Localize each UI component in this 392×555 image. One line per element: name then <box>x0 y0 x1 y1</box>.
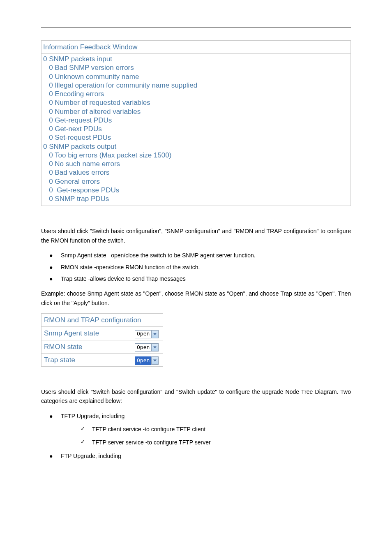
bullet-item: Snmp Agent state –open/close the switch … <box>49 251 351 260</box>
bullet-item: TFTP Upgrade, including TFTP client serv… <box>49 412 351 447</box>
bullet-item: Trap state -allows device to send Trap m… <box>49 274 351 283</box>
info-line: 0 Too big errors (Max packet size 1500) <box>43 151 349 160</box>
cfg-label: Trap state <box>42 353 133 366</box>
bullet-list-2: TFTP Upgrade, including TFTP client serv… <box>41 412 351 461</box>
chevron-down-icon <box>151 357 158 364</box>
rmon-state-select[interactable]: Open <box>135 343 159 352</box>
info-line: 0 General errors <box>43 177 349 186</box>
info-line: 0 Get-request PDUs <box>43 116 349 125</box>
info-line: 0 Unknown community name <box>43 72 349 81</box>
chevron-down-icon <box>151 344 158 351</box>
info-line: 0 Bad values errors <box>43 168 349 177</box>
info-line: 0 SNMP trap PDUs <box>43 194 349 203</box>
top-rule <box>41 28 351 28</box>
table-row: Trap state Open <box>42 353 163 366</box>
trap-state-select[interactable]: Open <box>135 356 159 365</box>
info-line: 0 Set-request PDUs <box>43 133 349 142</box>
table-row: Snmp Agent state Open <box>42 327 163 340</box>
paragraph-switch-update: Users should click "Switch basic configu… <box>41 387 351 406</box>
info-line: 0 SNMP packets output <box>43 142 349 151</box>
info-line: 0 Get-response PDUs <box>43 186 349 194</box>
select-value: Open <box>135 343 151 352</box>
check-item: TFTP client service -to configure TFTP c… <box>81 425 351 434</box>
info-title: Information Feedback Window <box>42 41 350 54</box>
bullet-text: TFTP Upgrade, including <box>61 413 125 419</box>
info-line: 0 Number of requested variables <box>43 98 349 107</box>
info-body: 0 SNMP packets input 0 Bad SNMP version … <box>42 54 350 206</box>
cfg-label: RMON state <box>42 340 133 353</box>
bullet-list-1: Snmp Agent state –open/close the switch … <box>41 251 351 283</box>
cfg-title: RMON and TRAP configuration <box>42 314 163 327</box>
chevron-down-icon <box>151 331 158 338</box>
select-value: Open <box>135 356 151 365</box>
rmon-trap-config-table: RMON and TRAP configuration Snmp Agent s… <box>41 313 163 367</box>
info-line: 0 No such name errors <box>43 160 349 168</box>
paragraph-example: Example: choose Snmp Agent state as "Ope… <box>41 289 351 308</box>
info-line: 0 Illegal operation for community name s… <box>43 81 349 90</box>
paragraph-rmon-intro: Users should click "Switch basic configu… <box>41 227 351 245</box>
snmp-agent-state-select[interactable]: Open <box>135 330 159 338</box>
info-line: 0 Get-next PDUs <box>43 125 349 133</box>
info-feedback-window: Information Feedback Window 0 SNMP packe… <box>41 40 351 206</box>
select-value: Open <box>135 330 151 338</box>
bullet-text: FTP Upgrade, including <box>61 453 121 459</box>
info-line: 0 Number of altered variables <box>43 107 349 116</box>
cfg-label: Snmp Agent state <box>42 327 133 340</box>
info-line: 0 Bad SNMP version errors <box>43 63 349 72</box>
check-list: TFTP client service -to configure TFTP c… <box>61 425 351 447</box>
bullet-item: RMON state -open/close RMON function of … <box>49 263 351 272</box>
check-item: TFTP server service -to configure TFTP s… <box>81 438 351 447</box>
info-line: 0 SNMP packets input <box>43 55 349 63</box>
bullet-item: FTP Upgrade, including <box>49 451 351 460</box>
table-row: RMON state Open <box>42 340 163 353</box>
info-line: 0 Encoding errors <box>43 90 349 98</box>
